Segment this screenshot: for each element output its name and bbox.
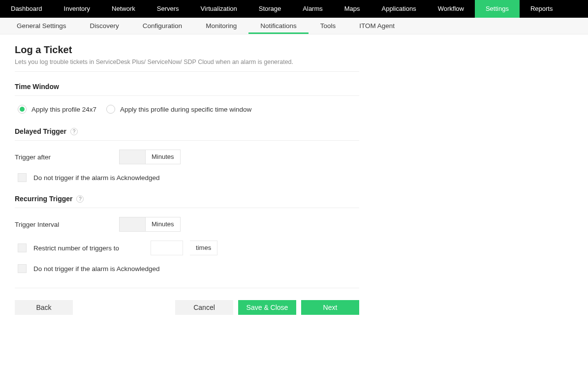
subnav-notifications[interactable]: Notifications: [248, 18, 309, 34]
restrict-checkbox[interactable]: [18, 243, 27, 252]
recurring-ack-row: Do not trigger if the alarm is Acknowled…: [18, 264, 359, 273]
delayed-ack-checkbox[interactable]: [18, 173, 27, 182]
nav-virtualization[interactable]: Virtualization: [190, 0, 248, 18]
trigger-after-row: Trigger after Minutes: [15, 150, 359, 164]
page-body: Log a Ticket Lets you log trouble ticket…: [0, 34, 374, 325]
nav-settings[interactable]: Settings: [475, 0, 520, 18]
subnav-itom-agent[interactable]: ITOM Agent: [347, 18, 406, 34]
save-close-button[interactable]: Save & Close: [238, 300, 296, 315]
time-window-radios: Apply this profile 24x7 Apply this profi…: [15, 105, 359, 114]
section-delayed-heading: Delayed Trigger ?: [15, 123, 359, 141]
back-button[interactable]: Back: [15, 300, 73, 315]
nav-workflow[interactable]: Workflow: [427, 0, 475, 18]
trigger-interval-input[interactable]: [119, 217, 146, 232]
restrict-label: Restrict number of triggers to: [33, 244, 119, 252]
restrict-input[interactable]: [151, 241, 183, 255]
trigger-interval-label: Trigger Interval: [15, 221, 119, 228]
page-desc: Lets you log trouble tickets in ServiceD…: [15, 59, 359, 65]
page-title: Log a Ticket: [15, 44, 359, 56]
recurring-trigger-label: Recurring Trigger: [15, 195, 72, 203]
delayed-ack-row: Do not trigger if the alarm is Acknowled…: [18, 173, 359, 182]
divider: [15, 71, 359, 72]
nav-applications[interactable]: Applications: [371, 0, 427, 18]
delayed-ack-label: Do not trigger if the alarm is Acknowled…: [33, 174, 160, 182]
nav-servers[interactable]: Servers: [146, 0, 190, 18]
subnav-general-settings[interactable]: General Settings: [5, 18, 78, 34]
radio-apply-window-label[interactable]: Apply this profile during specific time …: [120, 106, 251, 113]
subnav-discovery[interactable]: Discovery: [78, 18, 131, 34]
nav-dashboard[interactable]: Dashboard: [0, 0, 53, 18]
top-nav: Dashboard Inventory Network Servers Virt…: [0, 0, 588, 18]
trigger-interval-unit: Minutes: [146, 217, 181, 232]
sub-nav: General Settings Discovery Configuration…: [0, 18, 588, 34]
nav-maps[interactable]: Maps: [334, 0, 371, 18]
next-button[interactable]: Next: [301, 300, 359, 315]
footer-divider: [15, 288, 359, 288]
help-icon[interactable]: ?: [76, 195, 84, 203]
trigger-after-input[interactable]: [119, 150, 146, 164]
help-icon[interactable]: ?: [70, 128, 78, 135]
trigger-interval-row: Trigger Interval Minutes: [15, 217, 359, 232]
section-time-window-heading: Time Window: [15, 79, 359, 96]
restrict-row: Restrict number of triggers to times: [18, 241, 359, 255]
restrict-unit: times: [190, 241, 217, 255]
cancel-button[interactable]: Cancel: [175, 300, 233, 315]
subnav-monitoring[interactable]: Monitoring: [194, 18, 248, 34]
recurring-ack-label: Do not trigger if the alarm is Acknowled…: [33, 265, 160, 273]
trigger-after-label: Trigger after: [15, 153, 119, 161]
trigger-after-unit: Minutes: [146, 150, 181, 164]
nav-alarms[interactable]: Alarms: [292, 0, 333, 18]
nav-reports[interactable]: Reports: [520, 0, 564, 18]
section-recurring-heading: Recurring Trigger ?: [15, 191, 359, 208]
nav-storage[interactable]: Storage: [248, 0, 292, 18]
subnav-tools[interactable]: Tools: [309, 18, 348, 34]
radio-apply-24x7-label[interactable]: Apply this profile 24x7: [31, 106, 96, 113]
radio-apply-window[interactable]: [106, 105, 115, 114]
radio-apply-24x7[interactable]: [18, 105, 27, 114]
subnav-configuration[interactable]: Configuration: [131, 18, 194, 34]
time-window-label: Time Window: [15, 83, 59, 91]
button-row: Back Cancel Save & Close Next: [15, 300, 359, 315]
recurring-ack-checkbox[interactable]: [18, 264, 27, 273]
nav-inventory[interactable]: Inventory: [53, 0, 101, 18]
nav-network[interactable]: Network: [101, 0, 146, 18]
delayed-trigger-label: Delayed Trigger: [15, 127, 66, 135]
